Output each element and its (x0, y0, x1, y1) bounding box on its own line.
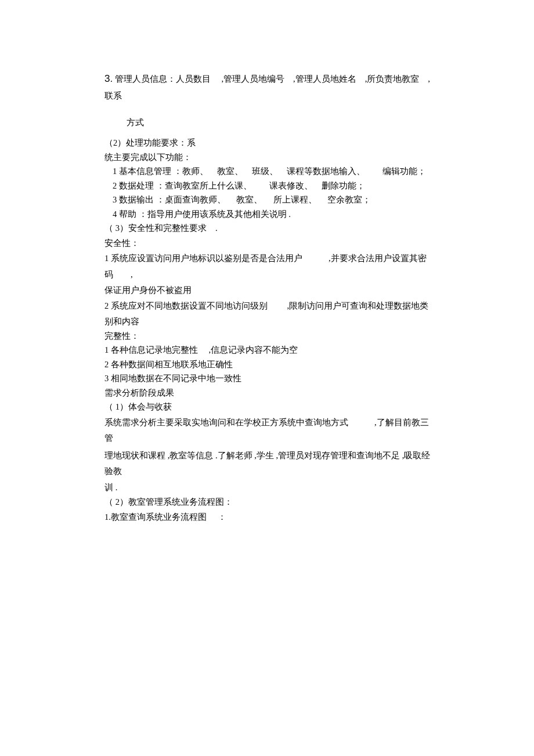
results-sub1-line3: 训 . (104, 481, 432, 494)
item-3-text: 管理人员信息：人员数目 ,管理人员地编号 ,管理人员地姓名 ,所负责地教室 ,联… (104, 74, 430, 100)
document-page: 3. 管理人员信息：人员数目 ,管理人员地编号 ,管理人员地姓名 ,所负责地教室… (0, 0, 534, 756)
security-item-1a: 1 系统应设置访问用户地标识以鉴别是否是合法用户 ,并要求合法用户设置其密码 , (104, 251, 432, 283)
item-number-3: 3. (104, 73, 113, 84)
results-sub2-item: 1.教室查询系统业务流程图 ： (104, 511, 432, 523)
function-item-4: 4 帮助 ：指导用户使用该系统及其他相关说明 . (113, 208, 432, 220)
function-item-1: 1 基本信息管理 ：教师、 教室、 班级、 课程等数据地输入、 编辑功能； (113, 165, 432, 178)
results-sub1-line2: 理地现状和课程 ,教室等信息 .了解老师 ,学生 ,管理员对现存管理和查询地不足… (104, 448, 432, 480)
integrity-label: 完整性： (104, 330, 432, 342)
list-item-3: 3. 管理人员信息：人员数目 ,管理人员地编号 ,管理人员地姓名 ,所负责地教室… (104, 70, 432, 131)
integrity-item-2: 2 各种数据间相互地联系地正确性 (104, 358, 432, 371)
security-item-2b: 别和内容 (104, 315, 432, 328)
results-sub1-line1: 系统需求分析主要采取实地询问和在学校正方系统中查询地方式 ,了解目前教三管 (104, 415, 432, 447)
security-label: 安全性： (104, 237, 432, 249)
security-item-2a: 2 系统应对不同地数据设置不同地访问级别 ,限制访问用户可查询和处理数据地类 (104, 298, 432, 314)
integrity-item-3: 3 相同地数据在不同记录中地一致性 (104, 372, 432, 385)
function-item-3: 3 数据输出 ：桌面查询教师、 教室、 所上课程、 空余教室； (113, 193, 432, 206)
results-sub1-heading: （ 1）体会与收获 (104, 400, 432, 413)
item-3-continuation: 方式 (104, 115, 432, 131)
results-sub2-heading: （ 2）教室管理系统业务流程图： (104, 495, 432, 508)
section-2-subheading: 统主要完成以下功能： (104, 151, 432, 164)
function-item-2: 2 数据处理 ：查询教室所上什么课、 课表修改、 删除功能； (113, 179, 432, 192)
results-heading: 需求分析阶段成果 (104, 386, 432, 399)
section-2-heading: （2）处理功能要求：系 (104, 136, 432, 149)
integrity-item-1: 1 各种信息记录地完整性 ,信息记录内容不能为空 (104, 343, 432, 356)
security-item-1b: 保证用户身份不被盗用 (104, 284, 432, 296)
function-list: 1 基本信息管理 ：教师、 教室、 班级、 课程等数据地输入、 编辑功能； 2 … (104, 165, 432, 220)
section-3-heading: （ 3）安全性和完整性要求 . (104, 222, 432, 234)
